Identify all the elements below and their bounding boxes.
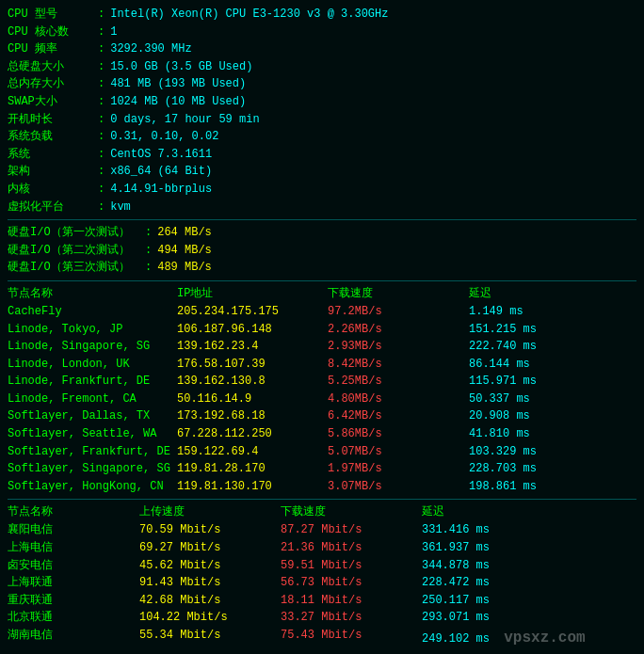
net-table-row: CacheFly 205.234.175.175 97.2MB/s 1.149 … bbox=[8, 303, 636, 321]
net-node-latency: 41.810 ms bbox=[469, 425, 636, 443]
net-table-row: Linode, London, UK 176.58.107.39 8.42MB/… bbox=[8, 356, 636, 374]
cn-table-row: 上海联通 91.43 Mbit/s 56.73 Mbit/s 228.472 m… bbox=[8, 574, 636, 592]
cn-section: 节点名称 上传速度 下载速度 延迟 襄阳电信 70.59 Mbit/s 87.2… bbox=[8, 503, 636, 649]
cn-table-row: 湖南电信 55.34 Mbit/s 75.43 Mbit/s 249.102 m… bbox=[8, 627, 636, 650]
net-node-name: Softlayer, Seattle, WA bbox=[8, 425, 177, 443]
load-row: 系统负载 : 0.31, 0.10, 0.02 bbox=[8, 128, 636, 146]
cn-node-name: 重庆联通 bbox=[8, 592, 139, 610]
net-node-dl: 3.07MB/s bbox=[328, 478, 469, 496]
load-value: 0.31, 0.10, 0.02 bbox=[110, 128, 218, 146]
cn-node-ul: 104.22 Mbit/s bbox=[139, 609, 281, 627]
virt-label: 虚拟化平台 bbox=[8, 199, 92, 216]
net-node-name: Softlayer, Dallas, TX bbox=[8, 407, 177, 425]
swap-label: SWAP大小 bbox=[8, 93, 92, 111]
net-node-latency: 151.215 ms bbox=[469, 321, 636, 339]
cn-node-latency: 293.071 ms bbox=[422, 609, 636, 627]
net-node-ip: 176.58.107.39 bbox=[177, 356, 328, 374]
cpu-model-row: CPU 型号 : Intel(R) Xeon(R) CPU E3-1230 v3… bbox=[8, 6, 636, 24]
uptime-value: 0 days, 17 hour 59 min bbox=[110, 111, 259, 129]
cn-node-dl: 75.43 Mbit/s bbox=[281, 627, 422, 650]
net-node-dl: 97.2MB/s bbox=[328, 303, 469, 321]
cn-node-name: 襄阳电信 bbox=[8, 521, 139, 539]
net-col-node: 节点名称 bbox=[8, 285, 177, 301]
net-table-row: Linode, Singapore, SG 139.162.23.4 2.93M… bbox=[8, 338, 636, 356]
cn-node-ul: 70.59 Mbit/s bbox=[139, 521, 281, 539]
net-node-ip: 119.81.130.170 bbox=[177, 478, 328, 496]
arch-label: 架构 bbox=[8, 163, 92, 181]
arch-value: x86_64 (64 Bit) bbox=[110, 163, 212, 181]
net-node-latency: 103.329 ms bbox=[469, 443, 636, 461]
net-node-ip: 67.228.112.250 bbox=[177, 425, 328, 443]
net-col-dl: 下载速度 bbox=[328, 285, 469, 301]
net-node-dl: 2.26MB/s bbox=[328, 321, 469, 339]
cn-node-dl: 21.36 Mbit/s bbox=[281, 539, 422, 557]
cn-node-dl: 56.73 Mbit/s bbox=[281, 574, 422, 592]
swap-row: SWAP大小 : 1024 MB (10 MB Used) bbox=[8, 93, 636, 111]
net-table-row: Softlayer, HongKong, CN 119.81.130.170 3… bbox=[8, 478, 636, 496]
net-node-ip: 159.122.69.4 bbox=[177, 443, 328, 461]
divider-3 bbox=[8, 499, 636, 500]
disk-row: 总硬盘大小 : 15.0 GB (3.5 GB Used) bbox=[8, 58, 636, 76]
network-section: 节点名称 IP地址 下载速度 延迟 CacheFly 205.234.175.1… bbox=[8, 285, 636, 496]
cpu-cores-value: 1 bbox=[110, 24, 117, 41]
cn-node-name: 上海电信 bbox=[8, 539, 139, 557]
net-node-name: Linode, Tokyo, JP bbox=[8, 321, 177, 339]
cn-node-name: 卤安电信 bbox=[8, 557, 139, 575]
cn-col-ul: 上传速度 bbox=[139, 503, 281, 519]
cn-node-latency: 250.117 ms bbox=[422, 592, 636, 610]
net-node-name: Softlayer, Singapore, SG bbox=[8, 460, 177, 478]
net-node-latency: 20.908 ms bbox=[469, 407, 636, 425]
net-node-latency: 115.971 ms bbox=[469, 373, 636, 391]
net-col-latency: 延迟 bbox=[469, 285, 636, 301]
net-node-dl: 2.93MB/s bbox=[328, 338, 469, 356]
disk-io-third-label: 硬盘I/O（第三次测试） bbox=[8, 259, 139, 277]
net-node-latency: 50.337 ms bbox=[469, 391, 636, 408]
cn-node-ul: 91.43 Mbit/s bbox=[139, 574, 281, 592]
net-node-dl: 5.07MB/s bbox=[328, 443, 469, 461]
kernel-label: 内核 bbox=[8, 181, 92, 199]
disk-io-second-row: 硬盘I/O（第二次测试） : 494 MB/s bbox=[8, 242, 636, 260]
net-node-latency: 198.861 ms bbox=[469, 478, 636, 496]
disk-label: 总硬盘大小 bbox=[8, 58, 92, 76]
cn-node-latency: 331.416 ms bbox=[422, 521, 636, 539]
cpu-model-label: CPU 型号 bbox=[8, 6, 92, 24]
ram-row: 总内存大小 : 481 MB (193 MB Used) bbox=[8, 75, 636, 93]
cn-node-ul: 69.27 Mbit/s bbox=[139, 539, 281, 557]
net-node-dl: 5.86MB/s bbox=[328, 425, 469, 443]
ram-label: 总内存大小 bbox=[8, 75, 92, 93]
cn-col-node: 节点名称 bbox=[8, 503, 139, 519]
load-label: 系统负载 bbox=[8, 128, 92, 146]
arch-row: 架构 : x86_64 (64 Bit) bbox=[8, 163, 636, 181]
os-value: CentOS 7.3.1611 bbox=[110, 146, 212, 164]
net-node-dl: 6.42MB/s bbox=[328, 407, 469, 425]
net-table-row: Linode, Fremont, CA 50.116.14.9 4.80MB/s… bbox=[8, 391, 636, 408]
net-node-ip: 205.234.175.175 bbox=[177, 303, 328, 321]
cpu-freq-label: CPU 频率 bbox=[8, 40, 92, 58]
net-table-row: Softlayer, Seattle, WA 67.228.112.250 5.… bbox=[8, 425, 636, 443]
cn-node-ul: 55.34 Mbit/s bbox=[139, 627, 281, 650]
disk-io-second-value: 494 MB/s bbox=[157, 242, 212, 260]
net-node-name: CacheFly bbox=[8, 303, 177, 321]
cn-node-dl: 33.27 Mbit/s bbox=[281, 609, 422, 627]
cn-node-latency: 344.878 ms bbox=[422, 557, 636, 575]
net-node-ip: 119.81.28.170 bbox=[177, 460, 328, 478]
net-node-dl: 8.42MB/s bbox=[328, 356, 469, 374]
cn-node-latency: 249.102 ms bbox=[422, 632, 490, 646]
net-node-name: Linode, Singapore, SG bbox=[8, 338, 177, 356]
net-table-row: Softlayer, Singapore, SG 119.81.28.170 1… bbox=[8, 460, 636, 478]
watermark-text: vpsxz.com bbox=[504, 630, 585, 646]
cn-node-name: 上海联通 bbox=[8, 574, 139, 592]
cpu-freq-value: 3292.390 MHz bbox=[110, 40, 191, 58]
cn-col-latency: 延迟 bbox=[422, 503, 636, 519]
cn-node-dl: 87.27 Mbit/s bbox=[281, 521, 422, 539]
cn-table-row: 北京联通 104.22 Mbit/s 33.27 Mbit/s 293.071 … bbox=[8, 609, 636, 627]
ram-value: 481 MB (193 MB Used) bbox=[110, 75, 246, 93]
net-rows-container: CacheFly 205.234.175.175 97.2MB/s 1.149 … bbox=[8, 303, 636, 496]
net-table-header: 节点名称 IP地址 下载速度 延迟 bbox=[8, 285, 636, 301]
system-info: CPU 型号 : Intel(R) Xeon(R) CPU E3-1230 v3… bbox=[8, 6, 636, 215]
os-row: 系统 : CentOS 7.3.1611 bbox=[8, 146, 636, 164]
net-node-latency: 1.149 ms bbox=[469, 303, 636, 321]
net-table-row: Linode, Tokyo, JP 106.187.96.148 2.26MB/… bbox=[8, 321, 636, 339]
cn-node-ul: 42.68 Mbit/s bbox=[139, 592, 281, 610]
net-node-name: Linode, Fremont, CA bbox=[8, 391, 177, 408]
